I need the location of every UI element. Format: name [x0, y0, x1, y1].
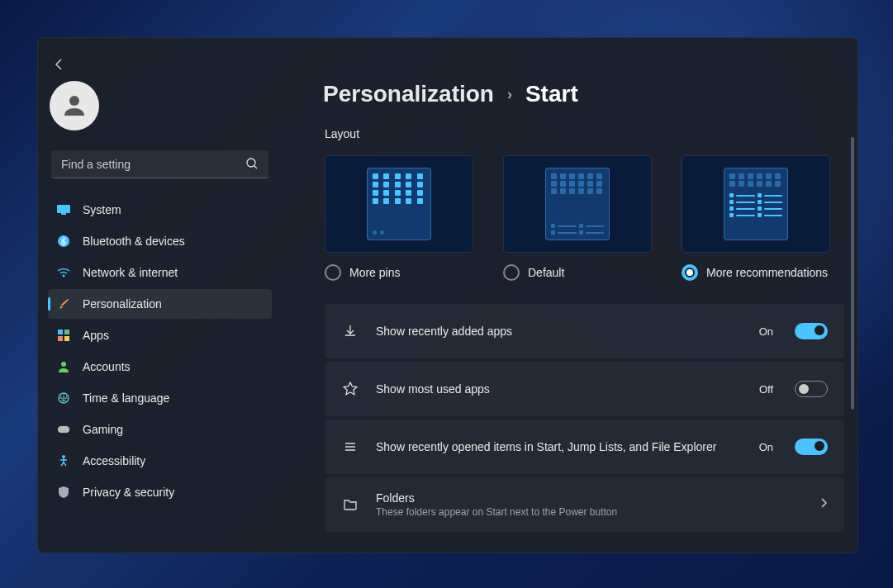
- download-icon: [341, 324, 359, 339]
- account-icon: [56, 359, 71, 374]
- folder-icon: [341, 498, 359, 511]
- system-icon: [56, 202, 71, 217]
- setting-title: Show recently added apps: [376, 325, 743, 338]
- setting-title: Show recently opened items in Start, Jum…: [376, 440, 743, 453]
- radio-label: Default: [528, 266, 564, 279]
- nav-time[interactable]: Time & language: [48, 383, 272, 413]
- setting-title: Show most used apps: [376, 382, 743, 396]
- scrollbar[interactable]: [851, 137, 854, 410]
- nav-personalization[interactable]: Personalization: [48, 289, 272, 319]
- nav-network[interactable]: Network & internet: [48, 258, 272, 287]
- settings-window: System Bluetooth & devices Network & int…: [37, 37, 858, 553]
- radio-more-recommendations[interactable]: [682, 264, 698, 281]
- radio-more-pins[interactable]: [325, 264, 341, 281]
- breadcrumb-parent[interactable]: Personalization: [323, 81, 494, 107]
- shield-icon: [56, 485, 71, 500]
- nav-label: Gaming: [83, 423, 123, 436]
- svg-point-13: [62, 455, 65, 458]
- nav-label: Network & internet: [83, 266, 178, 279]
- svg-point-10: [61, 362, 66, 367]
- nav-list: System Bluetooth & devices Network & int…: [48, 195, 272, 507]
- svg-rect-2: [57, 205, 70, 213]
- chevron-right-icon: [819, 497, 828, 512]
- svg-rect-8: [58, 336, 63, 341]
- radio-label: More pins: [349, 266, 400, 279]
- back-button[interactable]: [48, 53, 71, 76]
- toggle-state: On: [759, 325, 773, 338]
- nav-system[interactable]: System: [48, 195, 272, 225]
- svg-rect-6: [58, 330, 63, 334]
- star-icon: [341, 382, 359, 396]
- toggle-most-used[interactable]: [795, 381, 828, 397]
- thumb-more-rec: [682, 155, 830, 253]
- user-avatar[interactable]: [50, 81, 99, 130]
- settings-list: Show recently added apps On Show most us…: [282, 304, 857, 532]
- breadcrumb-current: Start: [525, 81, 578, 107]
- setting-subtitle: These folders appear on Start next to th…: [376, 506, 803, 518]
- brush-icon: [56, 296, 71, 311]
- toggle-recently-added[interactable]: [795, 323, 828, 339]
- setting-recent-items[interactable]: Show recently opened items in Start, Jum…: [325, 420, 844, 474]
- search-icon: [245, 157, 259, 173]
- toggle-state: On: [759, 441, 773, 453]
- toggle-recent-items[interactable]: [795, 439, 828, 455]
- layout-option-more-pins[interactable]: More pins: [325, 155, 473, 281]
- nav-label: Apps: [83, 329, 109, 342]
- nav-label: Accessibility: [83, 454, 145, 467]
- svg-rect-3: [61, 213, 66, 215]
- nav-label: System: [83, 203, 121, 216]
- search-input[interactable]: [51, 150, 268, 178]
- bluetooth-icon: [56, 234, 71, 249]
- wifi-icon: [56, 265, 71, 280]
- apps-icon: [56, 328, 71, 343]
- svg-point-0: [69, 96, 79, 106]
- layout-option-more-recommendations[interactable]: More recommendations: [682, 155, 830, 281]
- gamepad-icon: [56, 422, 71, 437]
- setting-title: Folders: [376, 491, 803, 505]
- setting-recently-added[interactable]: Show recently added apps On: [325, 304, 844, 358]
- svg-rect-12: [58, 426, 69, 433]
- svg-point-1: [247, 159, 255, 167]
- nav-gaming[interactable]: Gaming: [48, 415, 272, 444]
- nav-label: Personalization: [83, 297, 162, 311]
- toggle-state: Off: [759, 383, 773, 396]
- radio-label: More recommendations: [706, 265, 828, 280]
- nav-label: Time & language: [83, 391, 169, 405]
- radio-default[interactable]: [503, 264, 520, 281]
- accessibility-icon: [56, 453, 71, 468]
- globe-icon: [56, 391, 71, 405]
- nav-label: Bluetooth & devices: [83, 235, 185, 248]
- setting-most-used[interactable]: Show most used apps Off: [325, 362, 844, 416]
- thumb-default: [503, 155, 652, 253]
- layout-section-label: Layout: [282, 127, 857, 140]
- svg-rect-9: [64, 336, 69, 341]
- svg-rect-7: [64, 330, 69, 334]
- setting-folders[interactable]: Folders These folders appear on Start ne…: [325, 477, 844, 532]
- nav-accounts[interactable]: Accounts: [48, 352, 272, 382]
- nav-label: Accounts: [83, 360, 131, 373]
- nav-bluetooth[interactable]: Bluetooth & devices: [48, 226, 272, 256]
- chevron-right-icon: ›: [507, 86, 512, 103]
- nav-privacy[interactable]: Privacy & security: [48, 477, 272, 507]
- main-panel: Personalization › Start Layout More pins: [282, 38, 857, 552]
- list-icon: [341, 439, 359, 454]
- layout-options: More pins Default: [282, 155, 857, 281]
- nav-label: Privacy & security: [83, 486, 174, 499]
- sidebar: System Bluetooth & devices Network & int…: [38, 38, 282, 552]
- svg-point-5: [63, 275, 65, 277]
- search-box[interactable]: [51, 150, 268, 178]
- nav-accessibility[interactable]: Accessibility: [48, 446, 272, 476]
- thumb-more-pins: [325, 155, 473, 253]
- breadcrumb: Personalization › Start: [282, 81, 857, 107]
- layout-option-default[interactable]: Default: [503, 155, 652, 281]
- nav-apps[interactable]: Apps: [48, 320, 272, 350]
